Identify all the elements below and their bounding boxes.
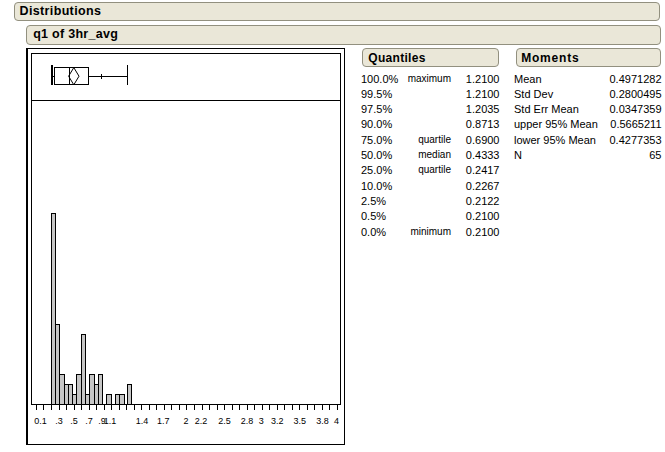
- svg-text:1.1: 1.1: [104, 416, 117, 426]
- svg-text:1.4: 1.4: [136, 416, 149, 426]
- svg-text:.7: .7: [85, 416, 93, 426]
- svg-text:3: 3: [259, 416, 264, 426]
- svg-text:.3: .3: [55, 416, 63, 426]
- svg-text:3.8: 3.8: [316, 416, 329, 426]
- svg-text:2.8: 2.8: [241, 416, 254, 426]
- svg-text:3.2: 3.2: [271, 416, 284, 426]
- svg-text:2.2: 2.2: [195, 416, 208, 426]
- svg-text:3.5: 3.5: [294, 416, 307, 426]
- svg-text:0.1: 0.1: [34, 416, 47, 426]
- svg-text:2.5: 2.5: [218, 416, 231, 426]
- svg-text:4: 4: [334, 416, 339, 426]
- svg-text:1.7: 1.7: [157, 416, 170, 426]
- svg-text:.5: .5: [70, 416, 78, 426]
- svg-text:2: 2: [183, 416, 188, 426]
